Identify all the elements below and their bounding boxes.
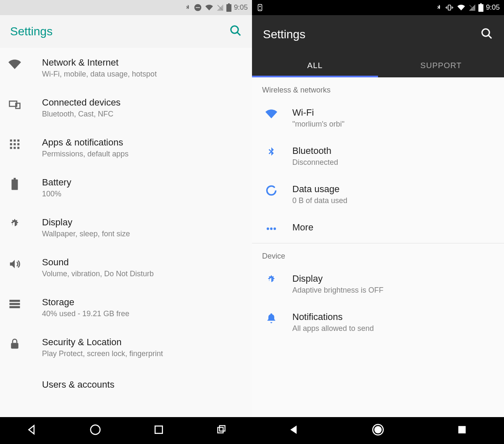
tabs: ALL SUPPORT: [252, 54, 504, 77]
bell-icon: [265, 312, 277, 324]
nav-home[interactable]: [372, 423, 384, 438]
item-wifi[interactable]: Wi-Fi"morlium's orbi": [252, 99, 504, 137]
settings-list-left[interactable]: Network & InternetWi-Fi, mobile, data us…: [0, 48, 252, 417]
item-users[interactable]: Users & accounts: [0, 367, 252, 388]
devices-icon: [8, 98, 21, 111]
svg-rect-8: [10, 140, 12, 142]
svg-point-37: [482, 29, 490, 37]
svg-rect-30: [448, 5, 451, 10]
svg-rect-26: [218, 428, 223, 433]
svg-rect-20: [10, 300, 20, 302]
item-label: Network & Internet: [42, 57, 244, 68]
item-battery[interactable]: Battery100%: [0, 168, 252, 208]
battery-icon: [8, 178, 21, 190]
item-label: Notifications: [292, 312, 494, 322]
item-sublabel: Wi-Fi, mobile, data usage, hotspot: [42, 70, 244, 79]
item-storage[interactable]: Storage40% used - 19.21 GB free: [0, 288, 252, 328]
settings-list-right[interactable]: Wireless & networks Wi-Fi"morlium's orbi…: [252, 77, 504, 417]
item-sublabel: All apps allowed to send: [292, 324, 494, 333]
item-bluetooth[interactable]: BluetoothDisconnected: [252, 137, 504, 175]
appbar-left: Settings: [0, 15, 252, 48]
svg-point-4: [231, 26, 239, 34]
item-sublabel: Permissions, default apps: [42, 150, 244, 159]
item-sound[interactable]: SoundVolume, vibration, Do Not Disturb: [0, 248, 252, 288]
nav-bar-right: [252, 417, 504, 444]
svg-rect-16: [17, 147, 19, 149]
search-button[interactable]: [229, 24, 242, 39]
svg-rect-22: [10, 306, 20, 308]
status-icons-left: 9:05: [184, 3, 248, 12]
svg-rect-21: [10, 303, 20, 305]
item-data-usage[interactable]: Data usage0 B of data used: [252, 175, 504, 214]
section-device: Device: [252, 243, 504, 265]
svg-rect-17: [12, 180, 18, 190]
status-bar-right: 9:05: [252, 0, 504, 15]
wifi-icon: [8, 58, 21, 71]
display-icon: [265, 274, 277, 286]
storage-icon: [8, 298, 21, 310]
svg-rect-14: [10, 147, 12, 149]
section-wireless: Wireless & networks: [252, 77, 504, 99]
appbar-right: Settings ALL SUPPORT: [252, 15, 504, 77]
tab-support[interactable]: SUPPORT: [378, 54, 504, 77]
item-label: Data usage: [292, 184, 494, 195]
lock-icon: [8, 338, 21, 350]
svg-rect-10: [17, 140, 19, 142]
item-label: Display: [292, 273, 494, 284]
svg-line-38: [488, 35, 492, 39]
bluetooth-icon: [436, 3, 442, 12]
nav-overview[interactable]: [216, 424, 227, 437]
phone-portrait-icon: [256, 3, 264, 12]
status-time: 9:05: [486, 3, 500, 12]
nav-back[interactable]: [288, 423, 300, 438]
item-connected-devices[interactable]: Connected devicesBluetooth, Cast, NFC: [0, 88, 252, 128]
nav-home[interactable]: [89, 423, 102, 438]
item-notifications[interactable]: NotificationsAll apps allowed to send: [252, 303, 504, 341]
item-label: Battery: [42, 177, 244, 188]
svg-rect-1: [196, 7, 200, 8]
item-label: Bluetooth: [292, 145, 494, 156]
item-sublabel: Disconnected: [292, 158, 494, 167]
tab-all[interactable]: ALL: [252, 54, 378, 77]
item-label: Users & accounts: [42, 379, 244, 390]
nav-back[interactable]: [26, 423, 38, 438]
status-bar-left: 9:05: [0, 0, 252, 15]
phone-right: 9:05 Settings ALL SUPPORT Wireless & net…: [252, 0, 504, 444]
display-icon: [8, 218, 21, 230]
signal-icon: [216, 4, 224, 11]
search-icon: [229, 24, 242, 37]
nav-recent[interactable]: [152, 423, 165, 438]
item-apps[interactable]: Apps & notificationsPermissions, default…: [0, 128, 252, 168]
item-label: Apps & notifications: [42, 137, 244, 148]
more-icon: [265, 223, 277, 235]
item-network[interactable]: Network & InternetWi-Fi, mobile, data us…: [0, 48, 252, 88]
svg-rect-36: [480, 3, 482, 5]
page-title: Settings: [263, 28, 305, 41]
search-button[interactable]: [480, 27, 493, 42]
sound-icon: [8, 258, 21, 270]
item-sublabel: 100%: [42, 190, 244, 198]
item-sublabel: 40% used - 19.21 GB free: [42, 309, 244, 318]
search-icon: [480, 27, 493, 40]
bluetooth-icon: [265, 146, 277, 158]
battery-icon: [478, 3, 483, 12]
item-label: Wi-Fi: [292, 107, 494, 118]
apps-icon: [8, 138, 21, 151]
item-label: Sound: [42, 257, 244, 268]
svg-point-39: [267, 186, 276, 195]
svg-rect-15: [14, 147, 16, 149]
status-icons-left-group: [256, 3, 264, 12]
item-sublabel: Bluetooth, Cast, NFC: [42, 110, 244, 119]
page-title: Settings: [10, 25, 52, 38]
item-sublabel: Volume, vibration, Do Not Disturb: [42, 270, 244, 278]
svg-point-24: [90, 425, 100, 435]
item-more[interactable]: More: [252, 214, 504, 243]
item-display[interactable]: DisplayWallpaper, sleep, font size: [0, 208, 252, 248]
item-security[interactable]: Security & LocationPlay Protect, screen …: [0, 328, 252, 367]
nav-recent[interactable]: [456, 423, 468, 438]
item-display[interactable]: DisplayAdaptive brightness is OFF: [252, 265, 504, 303]
status-icons-right-group: 9:05: [436, 3, 500, 12]
svg-rect-11: [10, 143, 12, 145]
svg-rect-9: [14, 140, 16, 142]
svg-rect-25: [155, 426, 163, 433]
